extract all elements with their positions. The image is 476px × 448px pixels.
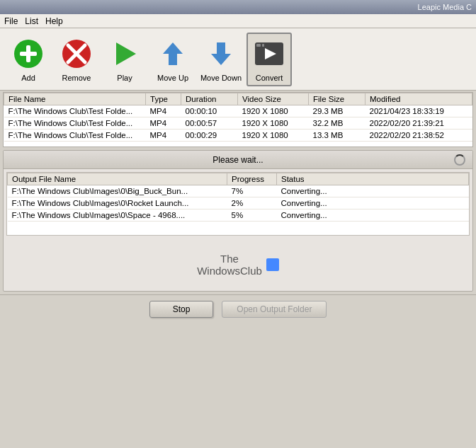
- progress-table: Output File Name Progress Status F:\The …: [7, 173, 469, 222]
- svg-marker-6: [116, 42, 136, 65]
- move-up-label: Move Up: [157, 74, 188, 82]
- prog-cell-progress: 5%: [227, 209, 277, 222]
- cell-videosize: 1920 X 1080: [238, 130, 309, 142]
- cell-filename: F:\The Windows Club\Test Folde...: [4, 105, 146, 117]
- watermark-text: The WindowsClub: [197, 253, 262, 277]
- col-modified: Modified: [366, 93, 472, 105]
- open-output-folder-button: Open Output Folder: [222, 301, 327, 318]
- prog-cell-status: Converting...: [277, 209, 469, 222]
- progress-panel: Please wait... Output File Name Progress…: [3, 150, 473, 292]
- add-label: Add: [21, 74, 35, 82]
- prog-col-status: Status: [277, 173, 469, 185]
- cell-modified: 2022/02/20 21:38:52: [366, 130, 472, 142]
- toolbar: Add Remove Play Move Up: [0, 28, 476, 91]
- cell-modified: 2022/02/20 21:39:21: [366, 117, 472, 130]
- play-icon: [109, 38, 140, 69]
- prog-cell-output: F:\The Windows Club\Images\0\Rocket Laun…: [8, 197, 227, 209]
- svg-rect-11: [256, 44, 261, 47]
- cell-type: MP4: [146, 130, 181, 142]
- watermark-area: The WindowsClub: [4, 239, 472, 291]
- remove-icon: [61, 38, 92, 69]
- cell-duration: 00:00:29: [181, 130, 238, 142]
- menu-bar: File List Help: [0, 14, 476, 28]
- convert-button[interactable]: Convert: [246, 33, 292, 86]
- table-row[interactable]: F:\The Windows Club\Test Folde... MP4 00…: [4, 105, 472, 117]
- progress-table-row: F:\The Windows Club\Images\0\Big_Buck_Bu…: [8, 185, 469, 197]
- move-down-button[interactable]: Move Down: [198, 33, 244, 86]
- move-down-icon: [205, 38, 237, 69]
- cell-filename: F:\The Windows Club\Test Folde...: [4, 117, 146, 130]
- cell-videosize: 1920 X 1080: [238, 117, 309, 130]
- table-row[interactable]: F:\The Windows Club\Test Folde... MP4 00…: [4, 130, 472, 142]
- title-text: Leapic Media C: [418, 3, 472, 11]
- play-label: Play: [117, 74, 132, 82]
- convert-label: Convert: [256, 74, 283, 82]
- prog-cell-output: F:\The Windows Club\Images\0\Big_Buck_Bu…: [8, 185, 227, 197]
- svg-marker-8: [211, 42, 231, 65]
- title-bar: Leapic Media C: [0, 0, 476, 14]
- play-button[interactable]: Play: [102, 33, 147, 86]
- col-type: Type: [146, 93, 181, 105]
- cell-filesize: 29.3 MB: [309, 105, 366, 117]
- cell-videosize: 1920 X 1080: [238, 105, 309, 117]
- move-down-label: Move Down: [200, 74, 242, 82]
- add-button[interactable]: Add: [6, 33, 51, 86]
- file-table-wrapper: File Name Type Duration Video Size File …: [3, 92, 473, 147]
- menu-file[interactable]: File: [4, 16, 18, 26]
- progress-table-wrapper: Output File Name Progress Status F:\The …: [6, 172, 470, 236]
- table-row[interactable]: F:\The Windows Club\Test Folde... MP4 00…: [4, 117, 472, 130]
- cell-filesize: 13.3 MB: [309, 130, 366, 142]
- prog-cell-status: Converting...: [277, 185, 469, 197]
- cell-type: MP4: [146, 117, 181, 130]
- prog-cell-progress: 7%: [227, 185, 277, 197]
- bottom-buttons: Stop Open Output Folder: [0, 294, 476, 323]
- svg-rect-2: [26, 45, 30, 62]
- progress-header-text: Please wait...: [212, 155, 263, 165]
- cell-filesize: 32.2 MB: [309, 117, 366, 130]
- prog-cell-output: F:\The Windows Club\Images\0\Space - 496…: [8, 209, 227, 222]
- col-filename: File Name: [4, 93, 146, 105]
- col-duration: Duration: [181, 93, 238, 105]
- prog-col-progress: Progress: [227, 173, 277, 185]
- progress-table-row: F:\The Windows Club\Images\0\Rocket Laun…: [8, 197, 469, 209]
- col-videosize: Video Size: [238, 93, 309, 105]
- progress-header: Please wait...: [4, 151, 472, 169]
- convert-icon: [254, 38, 285, 69]
- progress-table-row: F:\The Windows Club\Images\0\Space - 496…: [8, 209, 469, 222]
- watermark-box: [266, 258, 279, 271]
- prog-col-output: Output File Name: [8, 173, 227, 185]
- svg-rect-12: [262, 44, 264, 47]
- cell-modified: 2021/04/23 18:33:19: [366, 105, 472, 117]
- move-up-icon: [157, 38, 188, 69]
- remove-label: Remove: [62, 74, 91, 82]
- prog-cell-status: Converting...: [277, 197, 469, 209]
- menu-list[interactable]: List: [25, 16, 38, 26]
- cell-filename: F:\The Windows Club\Test Folde...: [4, 130, 146, 142]
- col-filesize: File Size: [309, 93, 366, 105]
- menu-help[interactable]: Help: [45, 16, 63, 26]
- prog-cell-progress: 2%: [227, 197, 277, 209]
- cell-type: MP4: [146, 105, 181, 117]
- cell-duration: 00:00:10: [181, 105, 238, 117]
- progress-spinner: [454, 154, 465, 166]
- remove-button[interactable]: Remove: [54, 33, 99, 86]
- stop-button[interactable]: Stop: [149, 301, 214, 318]
- file-table: File Name Type Duration Video Size File …: [4, 93, 472, 142]
- move-up-button[interactable]: Move Up: [150, 33, 196, 86]
- svg-marker-7: [163, 42, 183, 65]
- add-icon: [13, 38, 44, 69]
- cell-duration: 00:00:57: [181, 117, 238, 130]
